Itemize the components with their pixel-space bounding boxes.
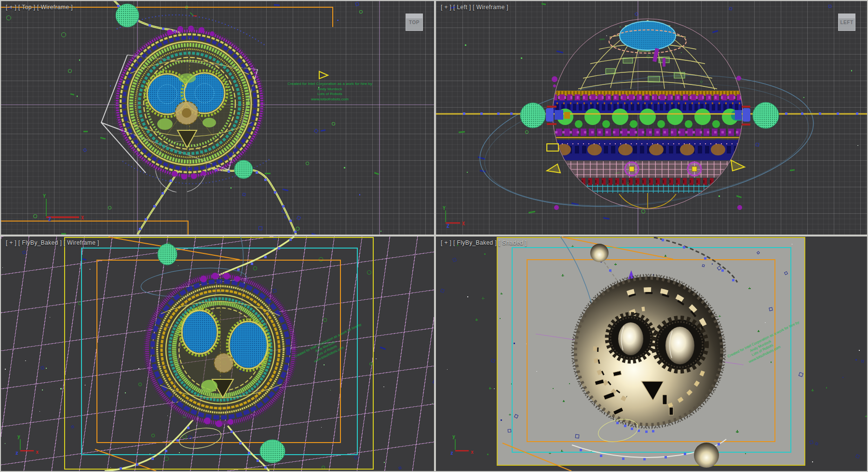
scene-left-wireframe [436,1,867,235]
viewcube[interactable]: TOP [406,14,423,31]
owl-sphere-flyby [144,273,297,427]
viewport-flyby-shaded[interactable]: Created for Intel Corporation as a work … [436,236,867,471]
viewport-flyby-wireframe[interactable]: Created for Intel Corporation as a work … [1,236,434,471]
owl-sphere-left [544,19,751,217]
axis-tripod: Y Z X [440,206,474,231]
axis-x-label: X [462,221,465,226]
viewcube[interactable]: LEFT [838,14,855,31]
moon-right [753,102,779,128]
viewport-divider[interactable] [0,235,868,236]
owl-sphere-shaded [572,275,725,428]
axis-x-label: x [471,449,474,455]
viewport-label[interactable]: [ + ] [ FlyBy_Baked ] [ Shaded ] [441,239,527,246]
axis-tripod: y z x [448,433,482,458]
axis-x-label: x [36,449,39,455]
eye-left-shaded [607,314,654,361]
axis-z-label: z [15,450,18,456]
viewport-label[interactable]: [ + ] [ Left ] [ Wireframe ] [441,4,508,11]
moon-top-shaded [590,244,609,262]
viewport-label[interactable]: [ + ] [ FlyBy_Baked ] [ Wireframe ] [6,239,99,246]
viewport-left[interactable]: Y Z X LEFT [ + ] [ Left ] [ Wireframe ] [436,1,867,235]
scene-flyby-wireframe [1,236,434,471]
moon-bottom-shaded [694,443,719,468]
axis-x-label: X [81,215,84,221]
owl-sphere-top [115,26,328,180]
moon-bottom [260,440,285,463]
viewport-top[interactable]: Created for Intel Corporation as a work … [1,1,434,235]
moon-bottom [234,160,253,179]
moon-left [520,103,545,128]
scene-flyby-shaded [436,236,867,471]
viewport-quad: Created for Intel Corporation as a work … [0,0,868,472]
axis-z-label: Z [447,223,449,229]
axis-y-label: y [17,434,20,439]
viewport-label[interactable]: [ + ] [ Top ] [ Wireframe ] [6,4,73,11]
yellow-marker-arrow [319,71,328,79]
yellow-marker-rect [547,144,558,151]
moon-top [158,244,177,265]
axis-tripod: y z x [14,433,47,458]
axis-z-label: Z [48,217,51,222]
axis-z-label: z [450,450,453,456]
axis-y-label: y [452,434,455,439]
axis-tripod: Y Z X [39,193,92,223]
watermark-text: Created for Intel Corporation as a work … [287,82,372,102]
axis-y-label: Y [43,194,46,199]
moon-top [116,4,139,27]
axis-y-label: Y [443,206,446,211]
